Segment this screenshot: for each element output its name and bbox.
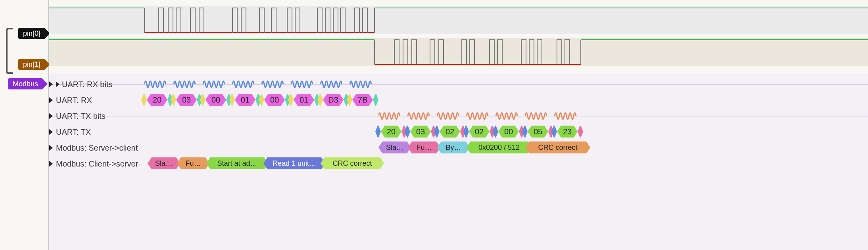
row-label-text: UART: RX: [56, 96, 92, 105]
start-bit: [493, 126, 498, 138]
waveform-svg: [49, 38, 868, 66]
start-bit: [405, 126, 410, 138]
channel-label-pin1[interactable]: pin[1]: [18, 59, 44, 70]
row-toggle-rx[interactable]: UART: RX: [49, 96, 92, 105]
channel-group-bracket: [6, 28, 13, 74]
channel-label-pin0[interactable]: pin[0]: [18, 28, 44, 39]
waveform-pin0[interactable]: [49, 6, 868, 34]
chevron-right-icon: [49, 97, 53, 103]
start-bit: [288, 94, 294, 106]
waveform-svg: [49, 6, 868, 34]
start-bit: [259, 94, 264, 106]
rx-byte[interactable]: 00: [205, 94, 226, 106]
tx-byte[interactable]: 02: [469, 126, 490, 138]
rx-byte[interactable]: 7B: [352, 94, 373, 106]
row-modbus-client-server: Modbus: Client->server Sla… Fu… Start at…: [49, 156, 868, 172]
chevron-right-icon: [49, 113, 53, 119]
tx-byte[interactable]: 23: [557, 126, 578, 138]
start-bit: [141, 94, 147, 106]
chevron-right-icon: [49, 145, 53, 151]
row-uart-tx-bits: UART: TX bits: [49, 108, 868, 124]
start-bit: [317, 94, 323, 106]
start-bit: [229, 94, 235, 106]
field-data[interactable]: 0x0200 / 512: [467, 141, 532, 153]
tx-byte[interactable]: 02: [440, 126, 460, 138]
row-label-text: UART: TX: [56, 128, 91, 137]
tx-byte[interactable]: 00: [498, 126, 519, 138]
protocol-decoder-canvas: pin[0] pin[1] Modbus: [0, 0, 868, 250]
tx-byte[interactable]: 03: [410, 126, 431, 138]
row-label-text: Modbus: Client->server: [56, 159, 138, 169]
channel-label-text: pin[1]: [23, 60, 40, 69]
field-start-address[interactable]: Start at ad…: [206, 157, 268, 169]
field-slave[interactable]: Sla…: [148, 157, 180, 169]
chevron-right-icon: [56, 81, 60, 87]
rx-byte[interactable]: 20: [147, 94, 167, 106]
tx-byte[interactable]: 20: [381, 126, 401, 138]
row-label-text: Modbus: Server->client: [56, 143, 138, 153]
row-modbus-server-client: Modbus: Server->client Sla… Fu… By… 0x02…: [49, 140, 868, 156]
row-toggle-server-client[interactable]: Modbus: Server->client: [49, 143, 138, 153]
stop-bit: [578, 126, 583, 138]
start-bit: [347, 94, 352, 106]
row-toggle-client-server[interactable]: Modbus: Client->server: [49, 159, 138, 169]
start-bit: [551, 126, 557, 138]
row-uart-rx-bits: UART: RX bits: [49, 76, 868, 92]
timeline[interactable]: UART: RX bits U: [49, 0, 868, 250]
waveform-pin1[interactable]: [49, 38, 868, 66]
field-function[interactable]: Fu…: [177, 157, 209, 169]
row-uart-rx: UART: RX 200300010001D37B: [49, 92, 868, 108]
field-crc[interactable]: CRC correct: [321, 157, 384, 169]
field-crc[interactable]: CRC correct: [525, 141, 590, 153]
row-toggle-tx-bits[interactable]: UART: TX bits: [49, 112, 106, 121]
rx-bits-blocks: [144, 77, 374, 91]
tx-bits-blocks: [378, 109, 585, 123]
chevron-right-icon: [49, 81, 53, 87]
field-bytecount[interactable]: By…: [437, 141, 470, 153]
start-bit: [434, 126, 440, 138]
tx-byte[interactable]: 05: [528, 126, 548, 138]
start-bit: [522, 126, 528, 138]
rx-byte[interactable]: D3: [323, 94, 344, 106]
start-bit: [463, 126, 469, 138]
field-slave[interactable]: Sla…: [378, 141, 411, 153]
row-toggle-rx-bits[interactable]: UART: RX bits: [49, 80, 112, 89]
protocol-tag-modbus[interactable]: Modbus: [8, 78, 42, 89]
start-bit: [200, 94, 205, 106]
rx-byte[interactable]: 01: [294, 94, 314, 106]
channel-label-text: pin[0]: [23, 29, 40, 38]
row-label-text: UART: TX bits: [56, 112, 106, 121]
rx-byte[interactable]: 00: [264, 94, 285, 106]
start-bit: [375, 126, 381, 138]
field-function[interactable]: Fu…: [408, 141, 440, 153]
chevron-right-icon: [49, 129, 53, 135]
start-bit: [171, 94, 176, 106]
row-toggle-tx[interactable]: UART: TX: [49, 128, 91, 137]
row-label-text: UART: RX bits: [62, 80, 112, 89]
field-read-qty[interactable]: Read 1 unit…: [263, 157, 325, 169]
rx-byte[interactable]: 01: [235, 94, 255, 106]
stop-bit: [373, 94, 378, 106]
protocol-tag-text: Modbus: [13, 80, 38, 88]
rx-byte[interactable]: 03: [176, 94, 197, 106]
row-uart-tx: UART: TX 20030202000523: [49, 124, 868, 140]
chevron-right-icon: [49, 161, 53, 167]
